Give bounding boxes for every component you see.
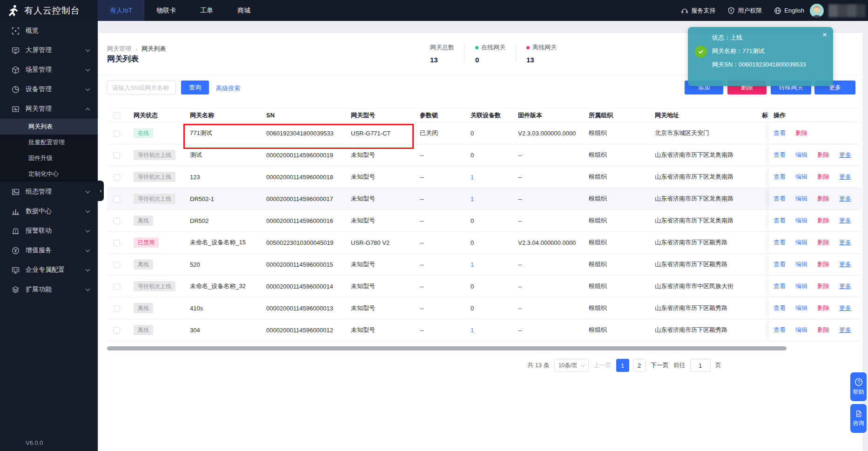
action-删除[interactable]: 删除 — [817, 238, 829, 247]
sidebar-item-概览[interactable]: 概览 — [0, 21, 98, 40]
action-更多[interactable]: 更多 — [839, 238, 851, 247]
page-size-select[interactable]: 10条/页 — [554, 359, 589, 372]
action-更多[interactable]: 更多 — [839, 173, 851, 181]
nav-tab-物联卡[interactable]: 物联卡 — [144, 0, 188, 21]
topbar-item-English[interactable]: English — [774, 7, 804, 14]
topbar-item-用户权限[interactable]: 用户权限 — [727, 7, 762, 15]
devices-count[interactable]: 1 — [471, 195, 474, 202]
query-button[interactable]: 查询 — [181, 81, 209, 94]
sidebar-subitem-批量配置管理[interactable]: 批量配置管理 — [0, 135, 98, 150]
nav-tab-商城[interactable]: 商城 — [225, 0, 262, 21]
sidebar-subitem-网关列表[interactable]: 网关列表 — [0, 119, 98, 135]
action-编辑[interactable]: 编辑 — [795, 304, 807, 312]
sidebar-subitem-固件升级[interactable]: 固件升级 — [0, 150, 98, 166]
sidebar-item-增值服务[interactable]: 增值服务 — [0, 241, 98, 260]
sidebar-item-报警联动[interactable]: 报警联动 — [0, 221, 98, 241]
action-更多[interactable]: 更多 — [839, 260, 851, 269]
action-更多[interactable]: 更多 — [839, 151, 851, 159]
action-删除[interactable]: 删除 — [817, 151, 829, 159]
nav-tab-有人IoT[interactable]: 有人IoT — [98, 0, 144, 21]
status-badge: 等待初次上线 — [134, 194, 175, 204]
action-删除[interactable]: 删除 — [817, 260, 829, 269]
action-更多[interactable]: 更多 — [839, 326, 851, 334]
sidebar-item-设备管理[interactable]: 设备管理 — [0, 80, 98, 99]
action-编辑[interactable]: 编辑 — [795, 282, 807, 290]
cell-name: 520 — [190, 261, 266, 268]
row-checkbox[interactable] — [114, 327, 120, 334]
action-查看[interactable]: 查看 — [774, 304, 786, 312]
sidebar-subitem-定制化中心[interactable]: 定制化中心 — [0, 166, 98, 182]
action-编辑[interactable]: 编辑 — [795, 260, 807, 269]
action-查看[interactable]: 查看 — [774, 129, 786, 137]
action-查看[interactable]: 查看 — [774, 260, 786, 269]
close-icon[interactable]: × — [822, 31, 827, 39]
action-删除[interactable]: 删除 — [817, 195, 829, 203]
float-帮助-button[interactable]: ?帮助 — [850, 372, 867, 401]
submenu-网关管理: 网关列表批量配置管理固件升级定制化中心 — [0, 119, 98, 182]
action-更多[interactable]: 更多 — [839, 195, 851, 203]
row-checkbox[interactable] — [114, 262, 120, 268]
row-checkbox[interactable] — [114, 240, 120, 246]
action-查看[interactable]: 查看 — [774, 216, 786, 225]
row-checkbox[interactable] — [114, 305, 120, 312]
col-header-org: 所属组织 — [589, 111, 655, 120]
action-查看[interactable]: 查看 — [774, 151, 786, 159]
action-删除[interactable]: 删除 — [817, 304, 829, 312]
action-更多[interactable]: 更多 — [839, 216, 851, 225]
action-编辑[interactable]: 编辑 — [795, 216, 807, 225]
action-编辑[interactable]: 编辑 — [795, 195, 807, 203]
devices-count: 0 — [471, 217, 474, 224]
action-查看[interactable]: 查看 — [774, 195, 786, 203]
devices-count[interactable]: 1 — [471, 327, 474, 334]
action-查看[interactable]: 查看 — [774, 238, 786, 247]
sidebar-item-大屏管理[interactable]: 大屏管理 — [0, 40, 98, 60]
action-编辑[interactable]: 编辑 — [795, 173, 807, 181]
sidebar-item-组态管理[interactable]: 组态管理 — [0, 182, 98, 202]
select-all-checkbox[interactable] — [114, 112, 120, 119]
row-checkbox[interactable] — [114, 218, 120, 224]
devices-count[interactable]: 1 — [471, 174, 474, 181]
nav-tab-工单[interactable]: 工单 — [188, 0, 225, 21]
action-查看[interactable]: 查看 — [774, 173, 786, 181]
next-page-button[interactable]: 下一页 — [651, 361, 669, 370]
action-删除[interactable]: 删除 — [817, 173, 829, 181]
row-checkbox[interactable] — [114, 174, 120, 181]
advanced-search-link[interactable]: 高级搜索 — [216, 84, 240, 93]
goto-page-input[interactable] — [690, 359, 711, 372]
cell-model: 未知型号 — [351, 326, 420, 334]
row-checkbox[interactable] — [114, 152, 120, 159]
page-button-1[interactable]: 1 — [616, 359, 629, 372]
row-checkbox[interactable] — [114, 130, 120, 137]
cell-org: 根组织 — [589, 216, 655, 225]
action-查看[interactable]: 查看 — [774, 282, 786, 290]
row-checkbox[interactable] — [114, 196, 120, 202]
action-编辑[interactable]: 编辑 — [795, 238, 807, 247]
avatar[interactable] — [810, 4, 824, 18]
action-查看[interactable]: 查看 — [774, 326, 786, 334]
action-更多[interactable]: 更多 — [839, 304, 851, 312]
sidebar-item-数据中心[interactable]: 数据中心 — [0, 202, 98, 221]
search-input[interactable] — [107, 81, 176, 94]
prev-page-button[interactable]: 上一页 — [593, 361, 612, 370]
page-button-2[interactable]: 2 — [633, 359, 646, 372]
action-删除[interactable]: 删除 — [817, 326, 829, 334]
action-编辑[interactable]: 编辑 — [795, 151, 807, 159]
sidebar-item-企业专属配置[interactable]: 企业专属配置 — [0, 260, 98, 280]
devices-count[interactable]: 1 — [471, 261, 474, 268]
action-删除[interactable]: 删除 — [795, 129, 807, 137]
topbar-item-服务支持[interactable]: 服务支持 — [681, 7, 715, 15]
sidebar-item-场景管理[interactable]: 场景管理 — [0, 60, 98, 80]
sidebar-item-扩展功能[interactable]: 扩展功能 — [0, 280, 98, 299]
sidebar-collapse-handle[interactable]: ‹ — [98, 181, 104, 201]
row-checkbox[interactable] — [114, 283, 120, 290]
action-更多[interactable]: 更多 — [839, 282, 851, 290]
sidebar-item-网关管理[interactable]: 网关管理 — [0, 99, 98, 119]
action-编辑[interactable]: 编辑 — [795, 326, 807, 334]
float-咨询-button[interactable]: 咨询 — [850, 404, 867, 433]
username-redacted[interactable] — [828, 4, 866, 17]
breadcrumb-parent[interactable]: 网关管理 — [107, 45, 131, 53]
cell-devices: 0 — [471, 217, 518, 224]
horizontal-scrollbar[interactable] — [107, 346, 787, 350]
action-删除[interactable]: 删除 — [817, 216, 829, 225]
action-删除[interactable]: 删除 — [817, 282, 829, 290]
